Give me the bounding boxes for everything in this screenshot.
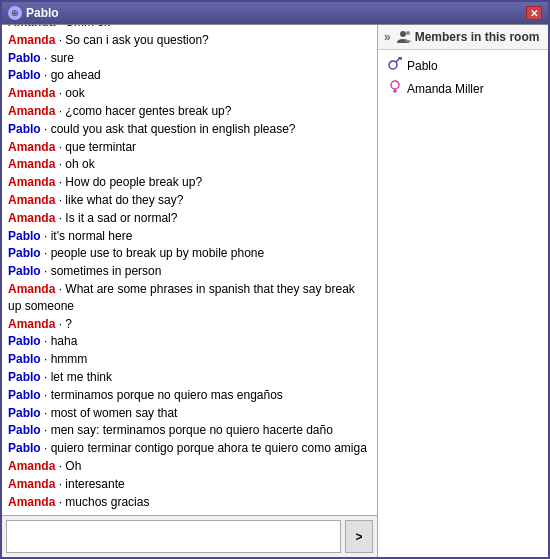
message-speaker: Amanda [8, 175, 59, 189]
message-text: · sure [44, 51, 74, 65]
message-speaker: Pablo [8, 406, 44, 420]
message-text: · Oh [59, 459, 82, 473]
message-speaker: Pablo [8, 423, 44, 437]
member-item[interactable]: Pablo [378, 54, 548, 77]
message-speaker: Pablo [8, 246, 44, 260]
message-text: · quiero terminar contigo porque ahora t… [44, 441, 367, 455]
message-speaker: Amanda [8, 25, 59, 29]
message-text: · What are some phrases in spanish that … [8, 282, 355, 313]
message-speaker: Pablo [8, 334, 44, 348]
message-text: · interesante [59, 477, 125, 491]
title-text: Pablo [26, 6, 59, 20]
member-name: Pablo [407, 59, 438, 73]
message-speaker: Pablo [8, 441, 44, 455]
message-text: · people use to break up by mobile phone [44, 246, 264, 260]
message-speaker: Pablo [8, 122, 44, 136]
message-line: Pablo · haha [8, 333, 371, 350]
message-line: Amanda · muchos gracias [8, 494, 371, 511]
members-header: » Members in this room [378, 25, 548, 50]
message-text: · ¿como hacer gentes break up? [59, 104, 232, 118]
message-line: Amanda · Umm ok [8, 25, 371, 31]
message-speaker: Pablo [8, 370, 44, 384]
message-text: · men say: terminamos porque no quiero h… [44, 423, 333, 437]
message-text: · oh ok [59, 157, 95, 171]
message-speaker: Amanda [8, 33, 59, 47]
message-speaker: Pablo [8, 352, 44, 366]
message-line: Amanda · So can i ask you question? [8, 32, 371, 49]
message-text: · like what do they say? [59, 193, 184, 207]
message-text: · hmmm [44, 352, 87, 366]
message-line: Amanda · interesante [8, 476, 371, 493]
message-speaker: Pablo [8, 68, 44, 82]
svg-point-6 [391, 81, 399, 89]
chevron-right-icon: » [384, 30, 391, 44]
message-text: · let me think [44, 370, 112, 384]
message-speaker: Amanda [8, 495, 59, 509]
message-speaker: Amanda [8, 282, 59, 296]
message-text: · terminamos porque no quiero mas engaño… [44, 388, 283, 402]
message-speaker: Amanda [8, 157, 59, 171]
message-line: Pablo · go ahead [8, 67, 371, 84]
message-speaker: Pablo [8, 229, 44, 243]
message-line: Amanda · How do people break up? [8, 174, 371, 191]
member-item[interactable]: Amanda Miller [378, 77, 548, 100]
message-speaker: Amanda [8, 211, 59, 225]
message-speaker: Amanda [8, 193, 59, 207]
title-bar-left: ⊕ Pablo [8, 6, 59, 20]
message-speaker: Amanda [8, 317, 59, 331]
message-line: Amanda · ? [8, 316, 371, 333]
member-name: Amanda Miller [407, 82, 484, 96]
close-button[interactable]: ✕ [526, 6, 542, 20]
message-line: Pablo · sometimes in person [8, 263, 371, 280]
message-text: · ? [59, 317, 72, 331]
message-line: Pablo · most of women say that [8, 405, 371, 422]
message-text: · que termintar [59, 140, 136, 154]
message-text: · muchos gracias [59, 495, 150, 509]
chat-messages[interactable]: Amanda · Umm okAmanda · So can i ask you… [2, 25, 377, 515]
message-line: Pablo · could you ask that question in e… [8, 121, 371, 138]
message-line: Amanda · Oh [8, 458, 371, 475]
message-speaker: Pablo [8, 51, 44, 65]
message-input[interactable] [6, 520, 341, 553]
message-line: Pablo · men say: terminamos porque no qu… [8, 422, 371, 439]
message-line: Amanda · like what do they say? [8, 192, 371, 209]
message-text: · ook [59, 86, 85, 100]
message-text: · it's normal here [44, 229, 132, 243]
message-line: Amanda · que termintar [8, 139, 371, 156]
message-speaker: Amanda [8, 459, 59, 473]
message-line: Pablo · quiero terminar contigo porque a… [8, 440, 371, 457]
input-area: > [2, 515, 377, 557]
title-icon: ⊕ [8, 6, 22, 20]
message-line: Pablo · sure [8, 50, 371, 67]
message-text: · could you ask that question in english… [44, 122, 296, 136]
message-line: Amanda · ook [8, 85, 371, 102]
message-line: Pablo · let me think [8, 369, 371, 386]
svg-point-1 [406, 31, 410, 35]
message-text: · go ahead [44, 68, 101, 82]
chat-panel: Amanda · Umm okAmanda · So can i ask you… [2, 25, 378, 557]
members-title: Members in this room [415, 30, 540, 44]
svg-point-0 [400, 31, 406, 37]
message-line: Pablo · it's normal here [8, 228, 371, 245]
message-speaker: Amanda [8, 86, 59, 100]
message-line: Amanda · ¿como hacer gentes break up? [8, 103, 371, 120]
message-speaker: Pablo [8, 264, 44, 278]
message-line: Pablo · hmmm [8, 351, 371, 368]
message-text: · Is it a sad or normal? [59, 211, 178, 225]
members-list: Pablo Amanda Miller [378, 50, 548, 104]
message-text: · Umm ok [59, 25, 110, 29]
main-area: Amanda · Umm okAmanda · So can i ask you… [2, 24, 548, 557]
members-icon [395, 29, 411, 45]
message-line: Amanda · What are some phrases in spanis… [8, 281, 371, 315]
members-panel: » Members in this room Pablo [378, 25, 548, 557]
message-text: · So can i ask you question? [59, 33, 209, 47]
message-text: · sometimes in person [44, 264, 161, 278]
message-text: · haha [44, 334, 77, 348]
message-line: Pablo · people use to break up by mobile… [8, 245, 371, 262]
message-line: Pablo · terminamos porque no quiero mas … [8, 387, 371, 404]
message-line: Amanda · oh ok [8, 156, 371, 173]
female-icon [388, 80, 402, 97]
message-speaker: Amanda [8, 140, 59, 154]
send-button[interactable]: > [345, 520, 373, 553]
message-speaker: Amanda [8, 104, 59, 118]
